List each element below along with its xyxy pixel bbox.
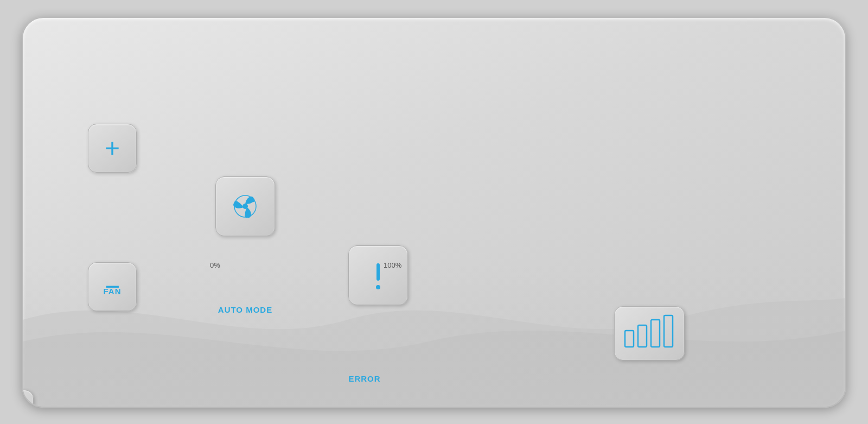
auto-mode-button[interactable] [215,176,275,236]
fan-label: FAN [66,287,158,296]
control-panel: + − FAN [22,17,846,408]
svg-point-3 [376,285,380,289]
fan-activity-0-label: 0% [210,261,220,269]
fan-activity-100-label: 100% [384,261,401,269]
power-button[interactable] [22,390,34,408]
error-label: ERROR [335,374,394,383]
wave-decoration [23,255,845,407]
svg-rect-4 [625,331,634,347]
fan-plus-button[interactable]: + [88,124,137,173]
water-tank-indicator [614,306,685,360]
svg-point-0 [243,204,247,208]
fan-plus-icon: + [105,135,120,161]
water-tank-icon [620,314,679,352]
svg-rect-7 [664,315,673,347]
auto-mode-label: AUTO MODE [202,305,289,314]
auto-mode-icon [226,187,264,225]
svg-rect-6 [651,320,660,347]
svg-rect-2 [376,263,380,281]
power-icon [22,401,23,408]
error-button[interactable] [348,245,408,305]
svg-rect-5 [638,325,647,347]
